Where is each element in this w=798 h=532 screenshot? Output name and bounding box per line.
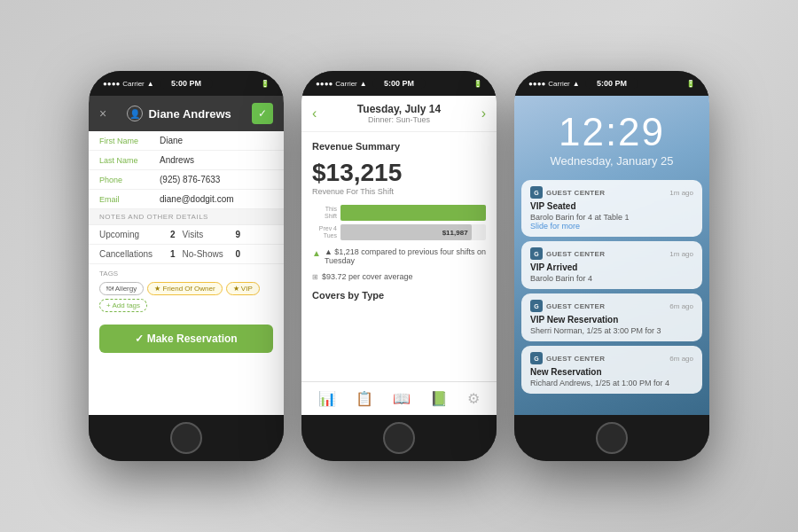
phone-bottom-3	[514, 415, 709, 461]
notif-app-3: G GUEST CENTER	[530, 300, 605, 312]
make-reservation-button[interactable]: ✓ Make Reservation	[99, 325, 273, 353]
time-3: 5:00 PM	[597, 79, 627, 88]
nav-settings-icon[interactable]: ⚙	[467, 390, 480, 407]
guest-center-icon-3: G	[530, 300, 543, 312]
notif-body-4: Richard Andrews, 1/25 at 1:00 PM for 4	[530, 379, 693, 387]
grid-icon: ⊞	[312, 273, 318, 281]
revenue-body: Revenue Summary $13,215 Revenue For This…	[301, 132, 497, 415]
nav-book-icon[interactable]: 📖	[393, 390, 411, 407]
phone-label: Phone	[99, 176, 153, 184]
screen-3: 12:29 Wednesday, January 25 G GUEST CENT…	[514, 96, 709, 415]
phone-bottom-2	[301, 415, 497, 461]
tag-allergy[interactable]: 🍽 Allergy	[99, 282, 144, 295]
time-2: 5:00 PM	[384, 79, 414, 88]
cancellations-row: Cancellations 1 No-Shows 0	[89, 245, 284, 264]
notification-4[interactable]: G GUEST CENTER 6m ago New Reservation Ri…	[521, 346, 702, 394]
phone-3: ●●●● Carrier ▲ 5:00 PM 🔋 12:29 Wednesday…	[514, 71, 709, 461]
covers-section-title: Covers by Type	[312, 290, 486, 301]
notif-header-2: G GUEST CENTER 1m ago	[530, 247, 693, 260]
confirm-button[interactable]: ✓	[252, 103, 273, 124]
bar-fill-this	[340, 205, 486, 221]
notif-header-4: G GUEST CENTER 6m ago	[530, 352, 693, 364]
battery-3: 🔋	[686, 80, 695, 88]
bar-label-this: ThisShift	[312, 206, 337, 221]
tag-friend-of-owner[interactable]: ★ Friend Of Owner	[147, 282, 222, 295]
comparison-row-1: ▲ ▲ $1,218 compared to previous four shi…	[312, 247, 486, 265]
tags-row: 🍽 Allergy ★ Friend Of Owner ★ VIP + Add …	[99, 282, 273, 312]
phone-value: (925) 876-7633	[160, 175, 220, 184]
notif-app-2: G GUEST CENTER	[530, 247, 605, 260]
battery-1: 🔋	[261, 80, 270, 88]
revenue-bar-chart: ThisShift Prev 4Tues $11,987	[312, 205, 486, 240]
visits-count: 9	[236, 230, 241, 239]
notif-time-4: 6m ago	[669, 355, 693, 363]
notif-time-2: 1m ago	[669, 250, 693, 258]
screen-1: × 👤 Diane Andrews ✓ First Name Diane Las…	[89, 96, 284, 415]
last-name-field: Last Name Andrews	[89, 151, 284, 170]
home-button-3[interactable]	[596, 422, 628, 454]
header-title-row: 👤 Diane Andrews	[127, 106, 231, 121]
screen-2: ‹ Tuesday, July 14 Dinner: Sun-Tues › Re…	[301, 96, 497, 415]
last-name-label: Last Name	[99, 156, 153, 165]
notif-time-1: 1m ago	[669, 189, 693, 197]
lock-time-area: 12:29 Wednesday, January 25	[514, 96, 709, 176]
profile-header: × 👤 Diane Andrews ✓	[89, 96, 284, 131]
upcoming-row: Upcoming 2 Visits 9	[89, 225, 284, 245]
notif-title-1: VIP Seated	[530, 201, 693, 211]
first-name-value: Diane	[160, 136, 183, 145]
bar-row-prev: Prev 4Tues $11,987	[312, 224, 486, 240]
notif-app-4: G GUEST CENTER	[530, 352, 605, 364]
notif-app-1: G GUEST CENTER	[530, 186, 605, 199]
guest-center-icon-1: G	[530, 186, 543, 199]
upcoming-label: Upcoming	[99, 230, 163, 239]
phone-2: ●●●● Carrier ▲ 5:00 PM 🔋 ‹ Tuesday, July…	[301, 71, 497, 461]
home-button-1[interactable]	[170, 422, 202, 454]
last-name-value: Andrews	[160, 155, 194, 165]
notif-body-3: Sherri Norman, 1/25 at 3:00 PM for 3	[530, 326, 693, 335]
lockscreen: 12:29 Wednesday, January 25 G GUEST CENT…	[514, 96, 709, 415]
notification-2[interactable]: G GUEST CENTER 1m ago VIP Arrived Barolo…	[521, 241, 702, 289]
phone-bottom-1	[89, 415, 284, 461]
nav-list-icon[interactable]: 📋	[356, 390, 373, 407]
notif-header-1: G GUEST CENTER 1m ago	[530, 186, 693, 199]
bar-row-this-shift: ThisShift	[312, 205, 486, 221]
close-button[interactable]: ×	[99, 106, 106, 121]
revenue-section-title: Revenue Summary	[312, 141, 486, 152]
revenue-amount: $13,215	[312, 159, 486, 187]
guest-name: Diane Andrews	[148, 107, 231, 121]
no-shows-label: No-Shows	[183, 249, 229, 259]
guest-center-icon-2: G	[530, 247, 543, 260]
bar-label-prev: Prev 4Tues	[312, 225, 337, 240]
time-1: 5:00 PM	[171, 79, 201, 88]
bottom-nav: 📊 📋 📖 📗 ⚙	[301, 381, 497, 415]
scene: ●●●● Carrier ▲ 5:00 PM 🔋 × 👤 Diane Andre…	[0, 0, 798, 532]
nav-book-add-icon[interactable]: 📗	[430, 390, 448, 407]
carrier-1: ●●●● Carrier ▲	[103, 80, 154, 88]
visits-label: Visits	[183, 230, 229, 239]
first-name-label: First Name	[99, 137, 153, 145]
notification-3[interactable]: G GUEST CENTER 6m ago VIP New Reservatio…	[521, 293, 702, 341]
carrier-3: ●●●● Carrier ▲	[528, 80, 580, 88]
notification-1[interactable]: G GUEST CENTER 1m ago VIP Seated Barolo …	[521, 180, 702, 237]
upcoming-num: 2	[170, 230, 176, 239]
notif-time-3: 6m ago	[669, 302, 693, 310]
next-day-button[interactable]: ›	[481, 106, 486, 121]
notif-body-1: Barolo Barin for 4 at Table 1	[530, 213, 693, 222]
add-tag-button[interactable]: + Add tags	[99, 299, 147, 312]
avatar-icon: 👤	[127, 106, 143, 121]
nav-chart-icon[interactable]: 📊	[318, 390, 336, 407]
cancellations-num: 1	[170, 249, 176, 259]
tag-vip[interactable]: ★ VIP	[226, 282, 260, 295]
guest-center-icon-4: G	[530, 352, 543, 364]
current-date: Tuesday, July 14	[357, 103, 441, 115]
home-button-2[interactable]	[383, 422, 415, 454]
bar-fill-prev: $11,987	[340, 224, 472, 240]
prev-day-button[interactable]: ‹	[312, 106, 317, 121]
comparison-text-1: ▲ $1,218 compared to previous four shift…	[325, 247, 486, 265]
notif-slide-1: Slide for more	[530, 222, 693, 231]
notif-title-2: VIP Arrived	[530, 262, 693, 272]
up-icon: ▲	[312, 248, 321, 258]
no-shows-count: 0	[236, 249, 241, 259]
notif-body-2: Barolo Barin for 4	[530, 274, 693, 283]
notif-title-4: New Reservation	[530, 367, 693, 377]
